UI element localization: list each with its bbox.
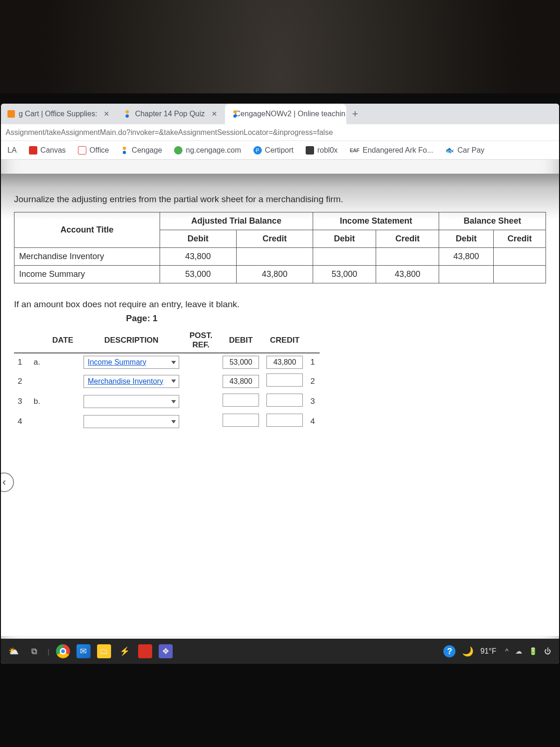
bookmark-office[interactable]: Office — [78, 146, 109, 155]
col-atb: Adjusted Trial Balance — [160, 212, 313, 230]
bookmark-roblox[interactable]: robl0x — [306, 146, 338, 155]
eaf-icon: EAF — [350, 148, 360, 153]
close-tab-icon[interactable]: ✕ — [209, 110, 217, 118]
teams-icon[interactable]: ❖ — [159, 644, 173, 658]
prev-page-button[interactable]: ‹ — [1, 472, 14, 492]
system-tray[interactable]: ^ ☁ 🔋 ⏻ — [503, 647, 553, 655]
col-debit: DEBIT — [219, 328, 263, 353]
chevron-down-icon — [171, 420, 176, 423]
description-select[interactable]: Income Summary — [84, 356, 179, 369]
windows-taskbar: ⛅ ⧉ | ✉ 🗂 ⚡ ❖ ? 🌙 91°F ^ ☁ 🔋 ⏻ — [1, 639, 559, 664]
col-account: Account Title — [14, 212, 160, 248]
col-date: DATE — [46, 328, 80, 353]
file-explorer-icon[interactable]: 🗂 — [97, 644, 111, 658]
debit-input[interactable]: 53,000 — [223, 356, 259, 369]
journal-row: 2 Merchandise Inventory 43,800 2 — [14, 371, 320, 391]
table-row: Merchandise Inventory 43,800 43,800 — [14, 248, 546, 266]
cengage-icon — [121, 147, 128, 154]
debit-input[interactable]: 43,800 — [223, 375, 259, 388]
moon-icon: 🌙 — [462, 646, 474, 657]
tab-title: g Cart | Office Supplies: — [19, 110, 97, 118]
globe-icon — [174, 146, 182, 155]
chevron-down-icon — [171, 380, 176, 383]
bookmark-eaf[interactable]: EAFEndangered Ark Fo... — [350, 146, 434, 155]
favicon-icon — [124, 110, 131, 118]
mail-icon[interactable]: ✉ — [77, 644, 91, 658]
task-view-icon[interactable]: ⧉ — [27, 644, 41, 658]
col-postref: POST. REF. — [183, 328, 219, 353]
tab-title: Chapter 14 Pop Quiz — [135, 110, 204, 118]
favicon-icon — [7, 110, 15, 118]
certiport-icon: P — [253, 146, 262, 155]
col-bs: Balance Sheet — [439, 212, 546, 230]
worksheet-table: Account Title Adjusted Trial Balance Inc… — [14, 212, 546, 283]
cloud-icon[interactable]: ☁ — [515, 647, 522, 655]
journal-row: 3 b. 3 — [14, 391, 320, 411]
browser-tab-active[interactable]: CengageNOWv2 | Online teachin ✕ — [225, 104, 346, 124]
col-desc: DESCRIPTION — [80, 328, 183, 353]
chevron-down-icon — [171, 400, 176, 403]
journal-row: 4 4 — [14, 411, 320, 431]
car-icon: 🐟 — [445, 146, 454, 155]
debit-input[interactable] — [223, 414, 259, 427]
new-tab-button[interactable]: + — [347, 108, 363, 120]
canvas-icon — [29, 146, 37, 155]
credit-input[interactable] — [266, 414, 303, 427]
bolt-icon[interactable]: ⚡ — [118, 644, 132, 658]
browser-tab[interactable]: Chapter 14 Pop Quiz ✕ — [117, 104, 224, 124]
address-bar[interactable]: Assignment/takeAssignmentMain.do?invoker… — [1, 124, 559, 141]
laptop-frame: g Cart | Office Supplies: ✕ Chapter 14 P… — [0, 93, 560, 747]
page-content: Journalize the adjusting entries from th… — [1, 174, 559, 636]
bookmark-canvas[interactable]: Canvas — [29, 146, 66, 155]
url-text: Assignment/takeAssignmentMain.do?invoker… — [6, 128, 333, 137]
page-number: Page: 1 — [126, 313, 546, 324]
chevron-left-icon: ‹ — [2, 476, 6, 488]
col-is: Income Statement — [313, 212, 439, 230]
bookmark-la[interactable]: LA — [7, 146, 17, 155]
chrome-icon[interactable] — [56, 644, 70, 658]
close-tab-icon[interactable]: ✕ — [101, 110, 110, 118]
battery-icon[interactable]: 🔋 — [529, 647, 538, 655]
debit-input[interactable] — [223, 394, 259, 407]
note-text: If an amount box does not require an ent… — [14, 299, 546, 310]
bookmark-cengage[interactable]: Cengage — [121, 146, 162, 155]
bookmark-carpay[interactable]: 🐟Car Pay — [445, 146, 484, 155]
instruction-text: Journalize the adjusting entries from th… — [14, 194, 546, 204]
bookmark-certiport[interactable]: PCertiport — [253, 146, 294, 155]
col-credit: CREDIT — [263, 328, 307, 353]
journal-table: DATE DESCRIPTION POST. REF. DEBIT CREDIT… — [14, 328, 320, 431]
browser-tab[interactable]: g Cart | Office Supplies: ✕ — [1, 104, 116, 124]
roblox-icon — [306, 146, 314, 155]
credit-input[interactable] — [266, 394, 303, 407]
bookmarks-bar: LA Canvas Office Cengage ng.cengage.com … — [1, 141, 559, 160]
weather-icon[interactable]: ⛅ — [7, 644, 21, 658]
office-icon — [78, 146, 86, 155]
credit-input[interactable] — [266, 374, 303, 387]
journal-row: 1 a. Income Summary 53,000 43,800 1 — [14, 353, 320, 371]
temperature-text[interactable]: 91°F — [480, 647, 496, 655]
description-select[interactable] — [84, 395, 179, 408]
description-select[interactable]: Merchandise Inventory — [84, 375, 179, 388]
chevron-down-icon — [171, 361, 176, 364]
browser-tab-strip: g Cart | Office Supplies: ✕ Chapter 14 P… — [1, 104, 559, 124]
credit-input[interactable]: 43,800 — [266, 356, 303, 369]
bookmark-ng[interactable]: ng.cengage.com — [174, 146, 241, 155]
tab-title: CengageNOWv2 | Online teachin — [235, 110, 345, 118]
screen: g Cart | Office Supplies: ✕ Chapter 14 P… — [1, 104, 559, 664]
help-icon[interactable]: ? — [443, 645, 455, 657]
office-app-icon[interactable] — [138, 644, 152, 658]
wifi-icon[interactable]: ⏻ — [544, 647, 551, 655]
description-select[interactable] — [84, 415, 179, 428]
chevron-up-icon[interactable]: ^ — [505, 647, 508, 655]
table-row: Income Summary 53,000 43,800 53,000 43,8… — [14, 266, 546, 283]
